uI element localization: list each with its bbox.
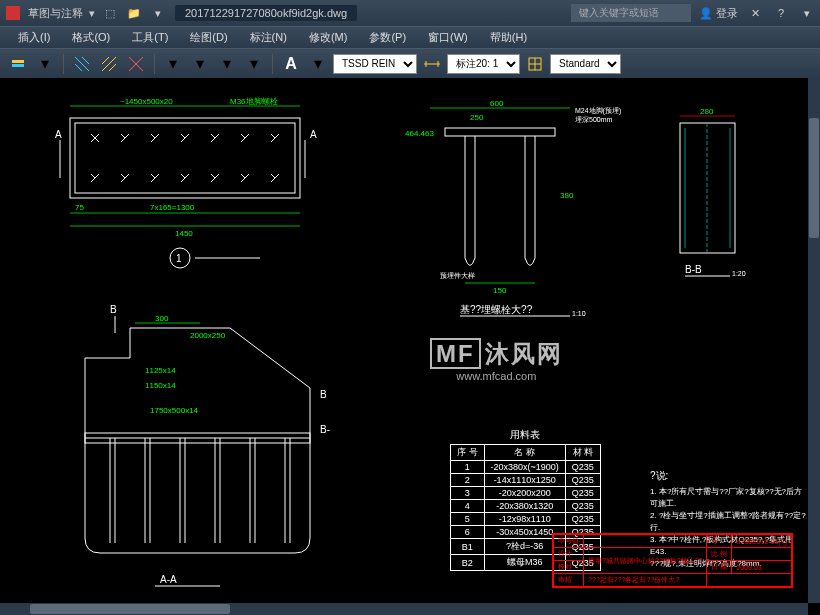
svg-rect-10 — [75, 123, 295, 193]
svg-text:2000x250: 2000x250 — [190, 331, 226, 340]
toolbar: ▾ ▾ ▾ ▾ ▾ A ▾ TSSD REIN 标注20: 1 Standard — [0, 48, 820, 78]
menu-window[interactable]: 窗口(W) — [418, 27, 478, 48]
table-row: 1-20x380x(~1900)Q235 — [451, 461, 601, 474]
svg-text:380: 380 — [560, 191, 574, 200]
svg-rect-9 — [70, 118, 300, 198]
qat-btn-3[interactable]: ▾ — [149, 4, 167, 22]
filename-tab[interactable]: 201712291727080okf9id2gk.dwg — [175, 5, 357, 21]
tool-d[interactable]: ▾ — [242, 52, 266, 76]
layers-icon[interactable] — [6, 52, 30, 76]
svg-text:7x165=1300: 7x165=1300 — [150, 203, 195, 212]
svg-text:A-A: A-A — [160, 574, 177, 585]
svg-text:1: 1 — [176, 253, 182, 264]
svg-rect-44 — [680, 123, 735, 253]
dim-icon[interactable] — [420, 52, 444, 76]
menu-param[interactable]: 参数(P) — [359, 27, 416, 48]
svg-text:1:10: 1:10 — [572, 310, 586, 317]
hatch-icon-3[interactable] — [124, 52, 148, 76]
view-2: 600 250 M24地脚(预埋) 埋深500mm 464.463 380 15… — [405, 99, 621, 317]
svg-text:464.463: 464.463 — [405, 129, 434, 138]
svg-text:M36地脚螺栓: M36地脚螺栓 — [230, 97, 278, 106]
text-style-select[interactable]: TSSD REIN — [333, 54, 417, 74]
text-A-icon[interactable]: A — [279, 52, 303, 76]
table-icon[interactable] — [523, 52, 547, 76]
view-1: ~1450x500x20 M36地脚螺栓 7x165=1300 1450 75 … — [55, 97, 317, 268]
material-table-title: 用料表 — [450, 428, 601, 442]
titlebar: 草图与注释 ▾ ⬚ 📁 ▾ 201712291727080okf9id2gk.d… — [0, 0, 820, 26]
table-row: 3-20x200x200Q235 — [451, 487, 601, 500]
svg-text:1:20: 1:20 — [732, 270, 746, 277]
table-row: 5-12x98x1110Q235 — [451, 513, 601, 526]
tool-b[interactable]: ▾ — [188, 52, 212, 76]
svg-text:1750x500x14: 1750x500x14 — [150, 406, 199, 415]
menubar: 插入(I) 格式(O) 工具(T) 绘图(D) 标注(N) 修改(M) 参数(P… — [0, 26, 820, 48]
view-aa: B 300 2000x250 1125x14 1150x14 1750x500x… — [85, 304, 330, 586]
svg-text:1125x14: 1125x14 — [145, 366, 176, 375]
tool-a[interactable]: ▾ — [161, 52, 185, 76]
svg-text:1450: 1450 — [175, 229, 193, 238]
scrollbar-thumb[interactable] — [809, 118, 819, 238]
vertical-scrollbar[interactable] — [808, 78, 820, 603]
dim-style-select[interactable]: 标注20: 1 — [447, 54, 520, 74]
drawing-canvas[interactable]: ~1450x500x20 M36地脚螺栓 7x165=1300 1450 75 … — [0, 78, 808, 603]
menu-draw[interactable]: 绘图(D) — [180, 27, 237, 48]
svg-text:B: B — [110, 304, 117, 315]
app-icon[interactable] — [4, 4, 22, 22]
hatch-icon-2[interactable] — [97, 52, 121, 76]
layer-prev-icon[interactable]: ▾ — [33, 52, 57, 76]
table-header: 序 号 名 称 材 料 — [451, 445, 601, 461]
tool-c[interactable]: ▾ — [215, 52, 239, 76]
menu-insert[interactable]: 插入(I) — [8, 27, 60, 48]
svg-text:B-: B- — [320, 424, 330, 435]
hatch-icon-1[interactable] — [70, 52, 94, 76]
exchange-icon[interactable]: ✕ — [746, 4, 764, 22]
horizontal-scrollbar[interactable] — [0, 603, 808, 615]
svg-rect-32 — [445, 128, 555, 136]
svg-text:600: 600 — [490, 99, 504, 108]
svg-text:250: 250 — [470, 113, 484, 122]
svg-text:B-B: B-B — [685, 264, 702, 275]
svg-text:300: 300 — [155, 314, 169, 323]
svg-text:~1450x500x20: ~1450x500x20 — [120, 97, 173, 106]
login-button[interactable]: 👤 登录 — [699, 6, 738, 21]
menu-format[interactable]: 格式(O) — [62, 27, 120, 48]
table-row: 4-20x380x1320Q235 — [451, 500, 601, 513]
svg-text:75: 75 — [75, 203, 84, 212]
menu-modify[interactable]: 修改(M) — [299, 27, 358, 48]
svg-rect-2 — [12, 64, 24, 67]
svg-text:1150x14: 1150x14 — [145, 381, 176, 390]
help-icon[interactable]: ? — [772, 4, 790, 22]
svg-text:A: A — [310, 129, 317, 140]
text-A-drop[interactable]: ▾ — [306, 52, 330, 76]
dropdown-arrow-icon[interactable]: ▾ — [89, 7, 95, 20]
table-row: 2-14x1110x1250Q235 — [451, 474, 601, 487]
svg-text:A: A — [55, 129, 62, 140]
anno-dropdown[interactable]: 草图与注释 — [28, 6, 83, 21]
menu-help[interactable]: 帮助(H) — [480, 27, 537, 48]
title-block: 申号值号d?80E012-01(?) 设计质量?城共链路中心栓??坐板?施工??… — [552, 533, 793, 588]
view-bb: 280 B-B 1:20 — [680, 107, 746, 277]
svg-rect-1 — [12, 60, 24, 63]
menu-tools[interactable]: 工具(T) — [122, 27, 178, 48]
svg-text:B: B — [320, 389, 327, 400]
svg-text:M24地脚(预埋): M24地脚(预埋) — [575, 107, 621, 115]
svg-text:基??埋螺栓大??: 基??埋螺栓大?? — [460, 304, 533, 315]
qat-btn-1[interactable]: ⬚ — [101, 4, 119, 22]
svg-text:埋深500mm: 埋深500mm — [574, 116, 613, 123]
scrollbar-thumb[interactable] — [30, 604, 230, 614]
menu-dim[interactable]: 标注(N) — [240, 27, 297, 48]
svg-text:150: 150 — [493, 286, 507, 295]
search-input[interactable]: 键入关键字或短语 — [571, 4, 691, 22]
svg-rect-0 — [6, 6, 20, 20]
svg-text:预埋件大样: 预埋件大样 — [440, 272, 475, 279]
minimize-icon[interactable]: ▾ — [798, 4, 816, 22]
qat-btn-2[interactable]: 📁 — [125, 4, 143, 22]
table-style-select[interactable]: Standard — [550, 54, 621, 74]
svg-text:280: 280 — [700, 107, 714, 116]
